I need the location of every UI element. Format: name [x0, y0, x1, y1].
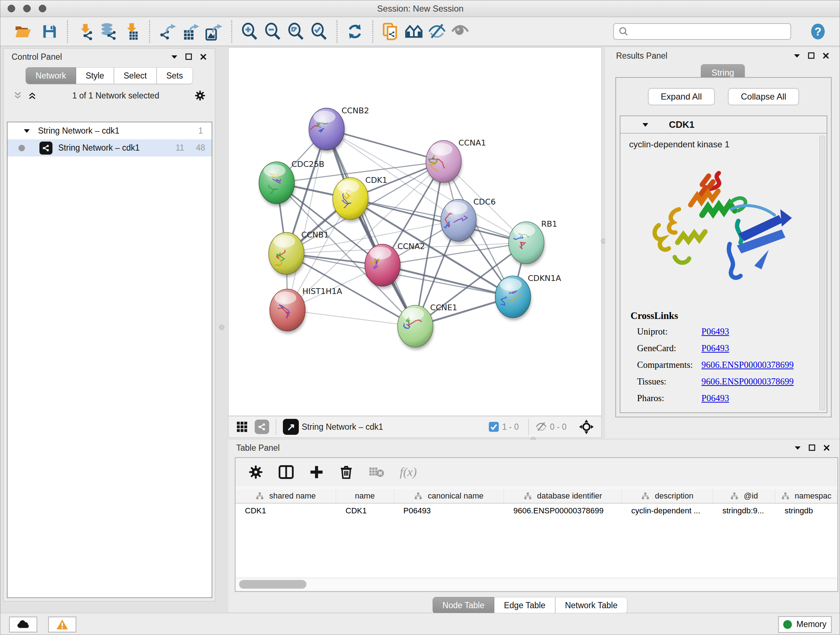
float-panel-icon[interactable]: [808, 52, 815, 59]
add-column-icon[interactable]: [309, 465, 324, 479]
crosslink-link[interactable]: P06493: [701, 393, 729, 403]
first-neighbors-button[interactable]: [402, 20, 425, 43]
grid-view-icon[interactable]: [236, 421, 248, 433]
network-edge[interactable]: [287, 129, 327, 310]
expand-all-icon[interactable]: [27, 91, 37, 100]
table-cell[interactable]: CDK1: [235, 504, 336, 518]
network-canvas[interactable]: CCNB2CCNA1CDC25BCDK1CDC6RB1CCNB1CCNA2CDK…: [228, 48, 602, 416]
column-header[interactable]: name: [336, 489, 394, 503]
gene-panel-scrollbar[interactable]: [819, 136, 825, 410]
network-node-ccne1[interactable]: CCNE1: [398, 303, 457, 350]
zoom-fit-button[interactable]: [284, 20, 308, 43]
network-node-ccnb2[interactable]: CCNB2: [308, 106, 369, 153]
close-panel-icon[interactable]: [200, 53, 207, 60]
network-node-rb1[interactable]: RB1: [508, 219, 557, 266]
panel-menu-icon[interactable]: [793, 53, 801, 58]
warnings-button[interactable]: [48, 616, 76, 632]
panel-menu-icon[interactable]: [171, 54, 178, 59]
table-cell[interactable]: P06493: [394, 504, 504, 518]
open-session-button[interactable]: [11, 20, 34, 43]
crosslink-link[interactable]: P06493: [701, 343, 729, 353]
crosslink-link[interactable]: 9606.ENSP00000378699: [701, 377, 794, 386]
cloud-status-button[interactable]: [9, 616, 37, 632]
column-header[interactable]: description: [622, 489, 713, 503]
network-collection-row[interactable]: String Network – cdk1 1: [8, 122, 212, 139]
tab-node-table[interactable]: Node Table: [433, 597, 494, 614]
function-builder-button[interactable]: f(x): [400, 465, 417, 479]
tab-sets[interactable]: Sets: [156, 67, 193, 84]
table-horizontal-scrollbar[interactable]: [235, 578, 837, 590]
table-cell[interactable]: stringdb: [775, 504, 837, 518]
table-cell[interactable]: stringdb:9...: [713, 504, 775, 518]
minimize-window-button[interactable]: [23, 5, 31, 12]
refresh-layout-button[interactable]: [343, 20, 366, 43]
delete-column-icon[interactable]: [339, 465, 354, 479]
save-session-button[interactable]: [38, 20, 61, 43]
help-button[interactable]: ?: [806, 20, 829, 43]
import-network-file-button[interactable]: [74, 20, 97, 43]
network-node-cdkn1a[interactable]: CDKN1A: [495, 274, 561, 320]
close-panel-icon[interactable]: [823, 444, 830, 451]
close-panel-icon[interactable]: [822, 52, 829, 59]
table-cell[interactable]: CDK1: [336, 504, 394, 518]
table-settings-gear-icon[interactable]: [248, 465, 263, 479]
zoom-window-button[interactable]: [39, 5, 46, 12]
table-box: f(x) shared namenamecanonical namedataba…: [235, 457, 838, 592]
column-header[interactable]: database identifier: [504, 489, 622, 503]
zoom-in-button[interactable]: [238, 20, 261, 43]
birds-eye-view-icon[interactable]: [579, 419, 594, 434]
collapse-all-button[interactable]: Collapse All: [728, 88, 799, 105]
hidden-eye-icon[interactable]: [535, 421, 547, 432]
network-edge[interactable]: [327, 129, 415, 326]
show-all-button[interactable]: [448, 20, 472, 43]
network-edge[interactable]: [287, 310, 415, 326]
collection-expander-icon[interactable]: [24, 128, 30, 133]
search-input[interactable]: [629, 27, 786, 36]
float-panel-icon[interactable]: [808, 444, 816, 451]
memory-button[interactable]: Memory: [778, 616, 832, 633]
crosslink-link[interactable]: P06493: [701, 326, 729, 337]
zoom-selected-button[interactable]: [308, 20, 331, 43]
table-row[interactable]: CDK1CDK1P064939606.ENSP00000378699cyclin…: [235, 504, 837, 518]
search-box[interactable]: [613, 23, 791, 40]
expand-all-button[interactable]: Expand All: [648, 88, 715, 105]
network-node-ccna1[interactable]: CCNA1: [426, 138, 486, 185]
column-header[interactable]: namespac: [775, 489, 837, 503]
network-overview-icon[interactable]: [255, 420, 269, 434]
gene-expander-icon[interactable]: [642, 122, 649, 127]
duplicate-network-button[interactable]: [379, 20, 402, 43]
network-node-ccna2[interactable]: CCNA2: [365, 242, 425, 288]
table-cell[interactable]: 9606.ENSP00000378699: [504, 504, 622, 518]
import-network-database-button[interactable]: [97, 20, 120, 43]
crosslink-link[interactable]: 9606.ENSP00000378699: [701, 360, 794, 370]
zoom-out-button[interactable]: [261, 20, 284, 43]
export-image-button[interactable]: [202, 20, 225, 43]
import-table-file-button[interactable]: [120, 20, 143, 43]
column-header[interactable]: canonical name: [394, 489, 504, 503]
tab-network-table[interactable]: Network Table: [555, 597, 627, 614]
network-node-hist1h1a[interactable]: HIST1H1A: [270, 287, 342, 333]
network-node-cdc25b[interactable]: CDC25B: [259, 160, 325, 206]
column-header[interactable]: @id: [713, 489, 775, 503]
panel-menu-icon[interactable]: [794, 445, 801, 450]
delete-table-icon[interactable]: [369, 466, 385, 478]
table-cell[interactable]: cyclin-dependent ...: [622, 504, 713, 518]
show-columns-icon[interactable]: [278, 464, 294, 480]
selected-checkbox-icon[interactable]: [488, 421, 499, 432]
network-row[interactable]: String Network – cdk1 11 48: [8, 139, 212, 157]
collapse-all-icon[interactable]: [13, 91, 22, 100]
float-panel-icon[interactable]: [185, 53, 193, 60]
network-options-gear-icon[interactable]: [195, 90, 205, 101]
tab-select[interactable]: Select: [114, 67, 156, 84]
export-table-button[interactable]: [179, 20, 202, 43]
column-header[interactable]: shared name: [235, 489, 336, 503]
scrollbar-thumb[interactable]: [239, 580, 306, 589]
export-view-button[interactable]: ↗: [283, 419, 299, 435]
export-network-button[interactable]: [156, 20, 179, 43]
left-splitter-handle[interactable]: [219, 325, 224, 330]
hide-selected-button[interactable]: [425, 20, 448, 43]
tab-network[interactable]: Network: [26, 67, 76, 84]
close-window-button[interactable]: [8, 5, 15, 12]
tab-style[interactable]: Style: [76, 67, 114, 84]
tab-edge-table[interactable]: Edge Table: [494, 597, 555, 614]
